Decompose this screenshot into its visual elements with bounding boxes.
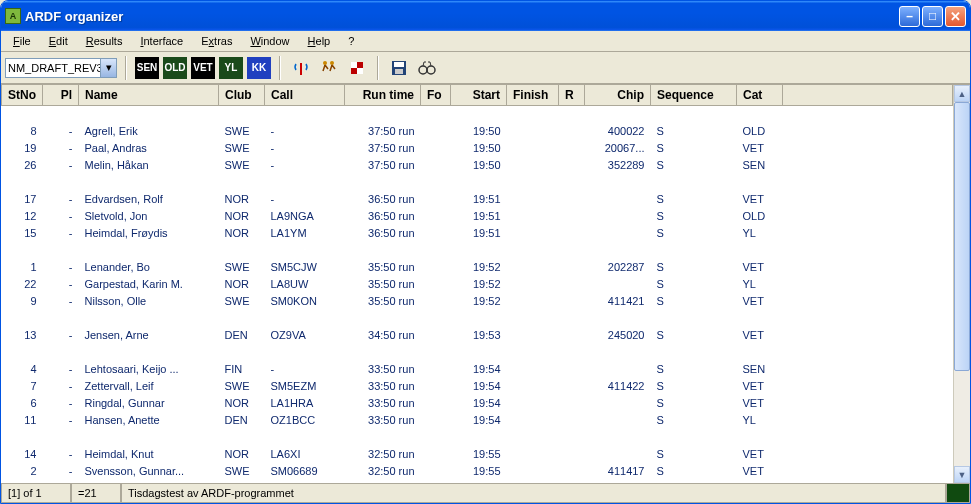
col-cat[interactable]: Cat	[737, 85, 783, 106]
col-run[interactable]: Run time	[345, 85, 421, 106]
cell-club: DEN	[219, 412, 265, 429]
cell-chip	[585, 276, 651, 293]
cell-finish	[507, 395, 559, 412]
cell-finish	[507, 412, 559, 429]
category-sen-button[interactable]: SEN	[135, 57, 159, 79]
col-start[interactable]: Start	[451, 85, 507, 106]
cell-seq: S	[651, 140, 737, 157]
menu-question[interactable]: ?	[340, 33, 362, 49]
table-row[interactable]: 22-Garpestad, Karin M.NORLA8UW35:50 run1…	[2, 276, 953, 293]
cell-stno: 15	[2, 225, 43, 242]
cell-run: 36:50 run	[345, 225, 421, 242]
results-table: StNo Pl Name Club Call Run time Fo Start…	[1, 85, 953, 480]
cell-spacer	[783, 157, 953, 174]
cell-run: 35:50 run	[345, 293, 421, 310]
table-row[interactable]: 7-Zettervall, LeifSWESM5EZM33:50 run19:5…	[2, 378, 953, 395]
cell-spacer	[783, 395, 953, 412]
menu-help[interactable]: Help	[300, 33, 339, 49]
scroll-thumb[interactable]	[954, 102, 970, 371]
table-row[interactable]	[2, 429, 953, 446]
cell-r	[559, 293, 585, 310]
flag-icon[interactable]	[345, 57, 369, 79]
binoculars-icon[interactable]	[415, 57, 439, 79]
maximize-button[interactable]: □	[922, 6, 943, 27]
category-vet-button[interactable]: VET	[191, 57, 215, 79]
cell-fo	[421, 293, 451, 310]
table-row[interactable]: 15-Heimdal, FrøydisNORLA1YM36:50 run19:5…	[2, 225, 953, 242]
cell-name: Jensen, Arne	[79, 327, 219, 344]
table-row[interactable]: 11-Hansen, AnetteDENOZ1BCC33:50 run19:54…	[2, 412, 953, 429]
table-row[interactable]: 17-Edvardsen, RolfNOR-36:50 run19:51SVET	[2, 191, 953, 208]
col-seq[interactable]: Sequence	[651, 85, 737, 106]
col-call[interactable]: Call	[265, 85, 345, 106]
menu-interface[interactable]: Interface	[132, 33, 191, 49]
table-row[interactable]: 9-Nilsson, OlleSWESM0KON35:50 run19:5241…	[2, 293, 953, 310]
table-row[interactable]	[2, 310, 953, 327]
col-stno[interactable]: StNo	[2, 85, 43, 106]
menu-window[interactable]: Window	[242, 33, 297, 49]
table-row[interactable]	[2, 174, 953, 191]
table-row[interactable]: 1-Lenander, BoSWESM5CJW35:50 run19:52202…	[2, 259, 953, 276]
cell-name: Zettervall, Leif	[79, 378, 219, 395]
runners-icon[interactable]	[317, 57, 341, 79]
menu-edit[interactable]: Edit	[41, 33, 76, 49]
cell-club: SWE	[219, 140, 265, 157]
cell-stno: 19	[2, 140, 43, 157]
table-row[interactable]: 4-Lehtosaari, Keijo ...FIN-33:50 run19:5…	[2, 361, 953, 378]
col-pl[interactable]: Pl	[43, 85, 79, 106]
menu-extras[interactable]: Extras	[193, 33, 240, 49]
table-row[interactable]	[2, 106, 953, 123]
scroll-track[interactable]	[954, 102, 970, 466]
cell-r	[559, 463, 585, 480]
col-club[interactable]: Club	[219, 85, 265, 106]
cell-chip	[585, 446, 651, 463]
cell-club: SWE	[219, 378, 265, 395]
col-r[interactable]: R	[559, 85, 585, 106]
cell-fo	[421, 276, 451, 293]
window-buttons: – □ ✕	[899, 6, 966, 27]
cell-r	[559, 140, 585, 157]
col-chip[interactable]: Chip	[585, 85, 651, 106]
table-row[interactable]: 8-Agrell, ErikSWE-37:50 run19:50400022SO…	[2, 123, 953, 140]
table-row[interactable]	[2, 242, 953, 259]
col-name[interactable]: Name	[79, 85, 219, 106]
vertical-scrollbar[interactable]: ▲ ▼	[953, 85, 970, 483]
menu-results[interactable]: Results	[78, 33, 131, 49]
antenna-icon[interactable]	[289, 57, 313, 79]
cell-club: NOR	[219, 191, 265, 208]
cell-cat: VET	[737, 395, 783, 412]
cell-fo	[421, 208, 451, 225]
cell-start: 19:54	[451, 378, 507, 395]
table-row[interactable]: 2-Svensson, Gunnar...SWESM0668932:50 run…	[2, 463, 953, 480]
cell-spacer	[783, 208, 953, 225]
category-yl-button[interactable]: YL	[219, 57, 243, 79]
col-fo[interactable]: Fo	[421, 85, 451, 106]
category-old-button[interactable]: OLD	[163, 57, 187, 79]
cell-pl: -	[43, 378, 79, 395]
table-row[interactable]: 26-Melin, HåkanSWE-37:50 run19:50352289S…	[2, 157, 953, 174]
scroll-up-button[interactable]: ▲	[954, 85, 970, 102]
cell-name: Agrell, Erik	[79, 123, 219, 140]
cell-fo	[421, 378, 451, 395]
table-row[interactable]: 6-Ringdal, GunnarNORLA1HRA33:50 run19:54…	[2, 395, 953, 412]
minimize-button[interactable]: –	[899, 6, 920, 27]
cell-spacer	[783, 361, 953, 378]
cell-run: 35:50 run	[345, 259, 421, 276]
table-row[interactable]: 19-Paal, AndrasSWE-37:50 run19:5020067..…	[2, 140, 953, 157]
col-finish[interactable]: Finish	[507, 85, 559, 106]
statusbar: [1] of 1 =21 Tisdagstest av ARDF-program…	[1, 483, 970, 503]
table-row[interactable]	[2, 344, 953, 361]
grid-scroll[interactable]: StNo Pl Name Club Call Run time Fo Start…	[1, 85, 953, 483]
file-dropdown[interactable]: NM_DRAFT_REV3.t ▾	[5, 58, 117, 78]
close-button[interactable]: ✕	[945, 6, 966, 27]
file-dropdown-value: NM_DRAFT_REV3.t	[8, 62, 109, 74]
save-icon[interactable]	[387, 57, 411, 79]
table-row[interactable]: 14-Heimdal, KnutNORLA6XI32:50 run19:55SV…	[2, 446, 953, 463]
category-kk-button[interactable]: KK	[247, 57, 271, 79]
cell-stno: 4	[2, 361, 43, 378]
svg-point-9	[419, 66, 427, 74]
table-row[interactable]: 12-Sletvold, JonNORLA9NGA36:50 run19:51S…	[2, 208, 953, 225]
menu-file[interactable]: File	[5, 33, 39, 49]
scroll-down-button[interactable]: ▼	[954, 466, 970, 483]
table-row[interactable]: 13-Jensen, ArneDENOZ9VA34:50 run19:53245…	[2, 327, 953, 344]
